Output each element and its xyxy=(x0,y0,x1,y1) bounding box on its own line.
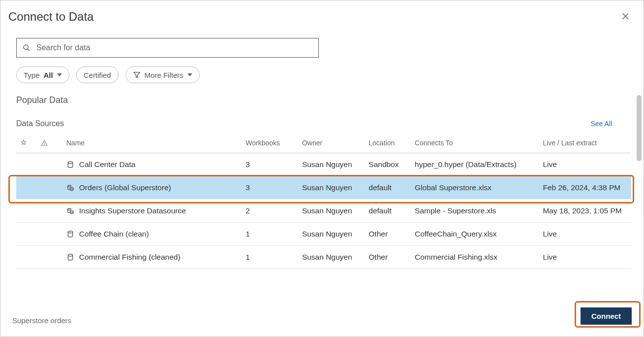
filter-icon xyxy=(133,71,141,79)
col-name[interactable]: Name xyxy=(62,133,242,153)
footer-status: Superstore orders xyxy=(12,316,71,325)
svg-point-11 xyxy=(68,254,72,256)
row-workbooks: 3 xyxy=(242,153,298,176)
search-box[interactable] xyxy=(16,38,319,58)
row-owner: Susan Nguyen xyxy=(298,223,365,246)
row-connects-to: Commercial Fishing.xlsx xyxy=(411,246,539,269)
svg-point-0 xyxy=(24,45,28,49)
col-certified[interactable] xyxy=(16,133,37,153)
col-owner[interactable]: Owner xyxy=(298,133,365,153)
row-live: Live xyxy=(539,246,631,269)
search-icon xyxy=(23,44,31,52)
popular-data-heading: Popular Data xyxy=(16,95,636,105)
row-name: Call Center Data xyxy=(79,160,136,169)
scrollbar-thumb[interactable] xyxy=(637,95,642,161)
svg-line-1 xyxy=(28,49,30,51)
datasource-icon xyxy=(66,230,74,238)
svg-point-4 xyxy=(44,144,44,145)
row-live: May 18, 2023, 1:05 PM xyxy=(539,200,631,223)
row-connects-to: CoffeeChain_Query.xlsx xyxy=(411,223,539,246)
row-location: default xyxy=(365,200,411,223)
row-workbooks: 3 xyxy=(242,176,298,200)
row-name: Orders (Global Superstore) xyxy=(79,183,171,192)
datasource-icon xyxy=(66,253,74,261)
row-name: Coffee Chain (clean) xyxy=(79,230,149,238)
certified-filter[interactable]: Certified xyxy=(76,67,119,83)
table-row[interactable]: Orders (Global Superstore)3Susan Nguyend… xyxy=(16,176,631,200)
row-live: Live xyxy=(539,153,631,176)
svg-point-5 xyxy=(68,162,72,164)
row-location: Other xyxy=(365,246,411,269)
see-all-link[interactable]: See All xyxy=(590,120,612,128)
row-location: default xyxy=(365,176,411,200)
row-connects-to: Sample - Superstore.xls xyxy=(411,200,539,223)
row-connects-to: Global Superstore.xlsx xyxy=(411,176,539,200)
col-warning[interactable] xyxy=(37,133,62,153)
row-connects-to: hyper_0.hyper (Data/Extracts) xyxy=(411,153,539,176)
dialog-title: Connect to Data xyxy=(8,10,93,24)
row-owner: Susan Nguyen xyxy=(298,153,365,176)
row-owner: Susan Nguyen xyxy=(298,176,365,200)
row-workbooks: 2 xyxy=(242,200,298,223)
type-filter-prefix: Type xyxy=(24,71,40,79)
table-row[interactable]: Commercial Fishing (cleaned)1Susan Nguye… xyxy=(16,246,631,269)
col-connects-to[interactable]: Connects To xyxy=(411,133,539,153)
col-workbooks[interactable]: Workbooks xyxy=(242,133,298,153)
certified-filter-label: Certified xyxy=(84,71,111,79)
row-owner: Susan Nguyen xyxy=(298,246,365,269)
col-live[interactable]: Live / Last extract xyxy=(539,133,631,153)
row-location: Other xyxy=(365,223,411,246)
svg-point-7 xyxy=(70,188,73,189)
svg-point-6 xyxy=(67,185,71,187)
published-datasource-icon xyxy=(66,184,74,192)
data-sources-heading: Data Sources xyxy=(16,119,64,128)
chevron-down-icon xyxy=(187,73,192,76)
more-filters[interactable]: More Filters xyxy=(125,67,200,83)
row-live: Live xyxy=(539,223,631,246)
col-location[interactable]: Location xyxy=(365,133,411,153)
row-owner: Susan Nguyen xyxy=(298,200,365,223)
table-row[interactable]: Call Center Data3Susan NguyenSandboxhype… xyxy=(16,153,631,176)
close-button[interactable]: ✕ xyxy=(619,9,632,24)
search-input[interactable] xyxy=(35,43,312,53)
row-workbooks: 1 xyxy=(242,223,298,246)
row-live: Feb 26, 2024, 4:38 PM xyxy=(539,176,631,200)
connect-button[interactable]: Connect xyxy=(581,307,632,325)
svg-point-10 xyxy=(68,231,72,233)
published-datasource-icon xyxy=(66,207,74,215)
type-filter[interactable]: Type All xyxy=(16,67,69,83)
svg-point-8 xyxy=(67,208,71,210)
row-name: Commercial Fishing (cleaned) xyxy=(79,253,181,262)
datasource-icon xyxy=(66,161,74,168)
svg-marker-2 xyxy=(134,72,140,78)
chevron-down-icon xyxy=(57,73,62,76)
more-filters-label: More Filters xyxy=(145,71,184,79)
table-header-row: Name Workbooks Owner Location Connects T… xyxy=(16,133,631,153)
type-filter-value: All xyxy=(44,71,53,79)
table-row[interactable]: Insights Superstore Datasource2Susan Ngu… xyxy=(16,200,631,223)
row-workbooks: 1 xyxy=(242,246,298,269)
row-name: Insights Superstore Datasource xyxy=(79,206,186,215)
table-row[interactable]: Coffee Chain (clean)1Susan NguyenOtherCo… xyxy=(16,223,631,246)
connect-to-data-dialog: Connect to Data ✕ Type All Certified xyxy=(0,0,644,337)
svg-point-9 xyxy=(70,211,73,212)
data-sources-table: Name Workbooks Owner Location Connects T… xyxy=(16,133,631,269)
row-location: Sandbox xyxy=(365,153,411,176)
